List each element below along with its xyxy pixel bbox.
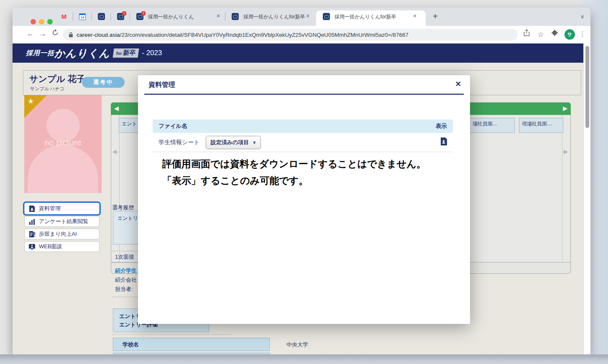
view-file-icon[interactable] xyxy=(440,137,447,147)
forward-icon[interactable]: → xyxy=(39,30,46,38)
back-icon[interactable]: ← xyxy=(27,30,34,38)
modal-title-rule xyxy=(144,94,464,95)
reload-icon[interactable] xyxy=(52,29,59,38)
badge-target-label: 新卒 xyxy=(123,49,136,56)
bookmark-star-icon[interactable]: ☆ xyxy=(536,30,545,39)
app-year-suffix: - 2023 xyxy=(142,49,162,57)
browser-menu-icon[interactable]: ⋮ xyxy=(578,30,587,38)
share-icon[interactable] xyxy=(522,29,531,38)
tab-search-chevron-icon[interactable]: ∨ xyxy=(580,13,585,20)
stage-card-staff-interview-1[interactable]: 場社員面… xyxy=(470,118,515,133)
sidebar-item-label: 資料管理 xyxy=(39,205,61,212)
sidebar-item-survey-results[interactable]: アンケート結果閲覧 xyxy=(24,216,100,227)
tab-2-favicon xyxy=(232,13,239,20)
document-management-modal: 資料管理 × ファイル名 表示 学生情報シート 設定済みの項目 ∨ xyxy=(138,75,470,324)
file-table: ファイル名 表示 学生情報シート 設定済みの項目 ∨ xyxy=(153,120,453,152)
referral-person-label: 担当者: xyxy=(115,285,133,293)
badge-for-label: for xyxy=(116,51,122,56)
stage-card-staff-interview-2[interactable]: 現場社員面… xyxy=(519,118,563,133)
candidate-name: サンプル 花子 xyxy=(29,73,85,85)
desktop: M 14 ! ! 採用一括かんりくん × xyxy=(0,0,608,364)
document-alert-icon xyxy=(29,231,35,237)
favorite-star-icon[interactable]: ★ xyxy=(28,97,34,106)
pinned-tab-app-alert[interactable]: ! xyxy=(117,13,125,20)
tab-separator xyxy=(110,13,111,20)
bar-chart-icon xyxy=(29,219,35,225)
tab-1-close-icon[interactable]: × xyxy=(217,13,220,19)
no-picture-label: no picture xyxy=(24,138,102,148)
school-name-label-cell: 学校名 xyxy=(113,338,270,351)
file-name: 学生情報シート xyxy=(158,139,200,146)
note-line-1: 評価用画面では資料をダウンロードすることはできません。 xyxy=(162,155,426,172)
referral-student-heading: 紹介学生 xyxy=(115,267,137,275)
new-tab-button[interactable]: + xyxy=(433,12,438,21)
window-minimize-button[interactable] xyxy=(39,19,44,25)
modal-close-icon[interactable]: × xyxy=(455,79,461,89)
dropdown-label: 設定済みの項目 xyxy=(211,139,249,146)
app-logo-main: かんりくん xyxy=(54,46,110,60)
sidebar-item-yield-ai[interactable]: 歩留まり向上AI xyxy=(24,229,100,239)
window-close-button[interactable] xyxy=(31,19,36,25)
extensions-puzzle-icon[interactable] xyxy=(550,30,559,38)
app-favicon: ! xyxy=(117,13,124,20)
referral-company-label: 紹介会社 xyxy=(115,276,137,284)
document-person-icon xyxy=(29,206,35,212)
file-table-row: 学生情報シート 設定済みの項目 ∨ xyxy=(153,133,453,152)
tab-3-close-icon[interactable]: × xyxy=(413,13,416,19)
tab-1-title[interactable]: 採用一括かんりくん xyxy=(148,13,211,20)
panel-right-rail: ▶ xyxy=(562,115,570,262)
browser-window: M 14 ! ! 採用一括かんりくん × xyxy=(13,8,590,357)
stage-scroll-right-icon[interactable]: ▶ xyxy=(563,105,567,112)
scrollbar-thumb[interactable] xyxy=(585,46,589,128)
notification-badge: ! xyxy=(141,11,146,15)
tab-separator xyxy=(130,13,130,20)
url-domain: career-cloud.asia xyxy=(77,32,120,38)
modal-title: 資料管理 xyxy=(148,81,175,89)
page-scrollbar xyxy=(583,43,590,357)
candidate-furigana: サンプル ハナコ xyxy=(30,86,64,92)
calendar-icon: 14 xyxy=(79,13,86,20)
file-table-header: ファイル名 表示 xyxy=(153,120,453,133)
lock-icon xyxy=(69,32,73,38)
tab-3-favicon xyxy=(323,13,330,20)
tab-3-title[interactable]: 採用一括かんりくんfor新卒 xyxy=(335,13,406,20)
tab-2-title[interactable]: 採用一括かんりくんfor新卒 xyxy=(243,13,305,20)
tab-1-favicon: ! xyxy=(136,13,144,20)
app-logo-badge: for新卒 xyxy=(112,48,139,58)
profile-avatar[interactable]: サ xyxy=(565,29,575,40)
notification-badge: ! xyxy=(122,11,126,15)
column-view: 表示 xyxy=(436,122,447,130)
sidebar-item-label: 歩留まり向上AI xyxy=(39,230,77,238)
pinned-tab-app[interactable] xyxy=(98,13,105,20)
sidebar-item-web-interview[interactable]: WEB面談 xyxy=(24,241,100,252)
pinned-tab-calendar[interactable]: 14 xyxy=(79,13,86,20)
school-name-value: 中央大学 xyxy=(286,341,308,349)
app-header: 採用一括 かんりくん for新卒 - 2023 xyxy=(13,43,583,63)
note-line-2: 「表示」することのみ可能です。 xyxy=(162,172,426,189)
app-favicon xyxy=(98,13,105,20)
silhouette-body xyxy=(28,145,98,193)
chevron-down-icon: ∨ xyxy=(253,140,256,145)
modal-note: 評価用画面では資料をダウンロードすることはできません。 「表示」することのみ可能… xyxy=(162,155,426,189)
configured-items-dropdown[interactable]: 設定済みの項目 ∨ xyxy=(206,136,261,149)
browser-toolbar: ← → career-cloud.asia/23/com/evaluation/… xyxy=(13,26,590,43)
sidebar-item-document-management[interactable]: 資料管理 xyxy=(24,203,100,214)
pinned-tab-gmail[interactable]: M xyxy=(60,13,68,20)
tab-2-close-icon[interactable]: × xyxy=(306,13,309,19)
silhouette-head xyxy=(46,109,80,142)
screen-person-icon xyxy=(29,244,35,249)
gmail-icon: M xyxy=(60,13,68,20)
first-interview-label: 1次面接 xyxy=(115,253,134,261)
url-text: career-cloud.asia/23/com/evaluation/deta… xyxy=(77,32,409,38)
panel-scroll-right-icon[interactable]: ▶ xyxy=(564,148,568,155)
tab-separator xyxy=(73,13,73,20)
page-content: サンプル 花子 サンプル ハナコ 選考中 no picture ★ 資料管理 ア… xyxy=(13,63,583,357)
panel-scroll-left-icon[interactable]: ◀ xyxy=(112,148,117,155)
browser-tab-strip: M 14 ! ! 採用一括かんりくん × xyxy=(13,8,590,26)
sidebar-item-label: アンケート結果閲覧 xyxy=(39,218,88,225)
divider xyxy=(112,334,231,335)
window-zoom-button[interactable] xyxy=(47,19,53,25)
app-logo-prefix: 採用一括 xyxy=(26,49,54,58)
url-bar[interactable]: career-cloud.asia/23/com/evaluation/deta… xyxy=(63,29,518,41)
stage-scroll-left-icon[interactable]: ◀ xyxy=(114,105,119,112)
